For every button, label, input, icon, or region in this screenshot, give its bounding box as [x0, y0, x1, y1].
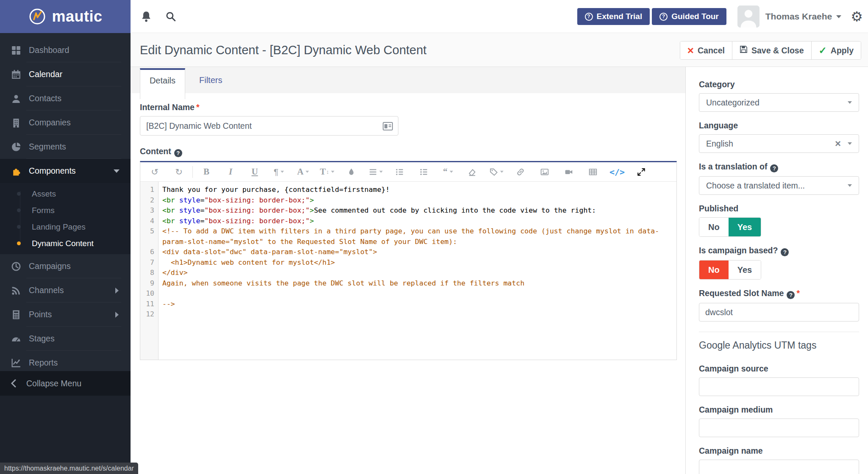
sidebar-item-dashboard[interactable]: Dashboard — [0, 38, 131, 62]
eraser-button[interactable] — [463, 163, 481, 181]
sidebar-item-channels[interactable]: Channels — [0, 278, 131, 302]
campaign-yes-button[interactable]: Yes — [729, 261, 761, 279]
campaign-source-input[interactable] — [699, 377, 859, 396]
font-size-button[interactable]: T↕ — [318, 163, 337, 181]
bold-button[interactable]: B — [197, 163, 216, 181]
notifications-bell-icon[interactable] — [141, 11, 152, 22]
campaign-name-input[interactable] — [699, 460, 859, 474]
undo-button[interactable]: ↺ — [145, 163, 164, 181]
redo-button[interactable]: ↻ — [170, 163, 188, 181]
help-icon[interactable]: ? — [770, 164, 778, 172]
segments-icon — [11, 142, 21, 152]
user-menu[interactable]: Thomas Kraehe — [765, 11, 832, 22]
published-no-button[interactable]: No — [699, 218, 729, 236]
translation-label: Is a translation of? — [699, 162, 859, 172]
ordered-list-button[interactable] — [390, 163, 409, 181]
video-button[interactable] — [559, 163, 578, 181]
settings-sidebar: Category Uncategorized Language English … — [685, 67, 868, 474]
sidebar-item-segments[interactable]: Segments — [0, 135, 131, 159]
sidebar-subitem-forms[interactable]: Forms — [0, 202, 131, 219]
translation-select[interactable]: Choose a translated item... — [699, 176, 859, 195]
user-avatar[interactable] — [737, 6, 760, 28]
chevron-down-icon — [450, 171, 453, 173]
sidebar-subitem-landing-pages[interactable]: Landing Pages — [0, 219, 131, 235]
link-button[interactable] — [511, 163, 530, 181]
guided-tour-label: Guided Tour — [671, 12, 719, 21]
campaign-medium-input[interactable] — [699, 419, 859, 437]
help-icon[interactable]: ? — [781, 248, 789, 256]
content-editor: ↺↻BIU¶AT↕“</> 1Thank you for your purcha… — [140, 161, 677, 360]
clear-x-icon[interactable]: × — [835, 139, 841, 149]
line-number: 12 — [140, 309, 158, 320]
chevron-right-icon — [115, 312, 119, 318]
guided-tour-button[interactable]: ? Guided Tour — [652, 8, 726, 25]
internal-name-input[interactable] — [146, 121, 379, 131]
unordered-list-button[interactable] — [415, 163, 433, 181]
tab-details[interactable]: Details — [140, 68, 185, 99]
logo-bar[interactable]: mautic — [0, 0, 131, 33]
internal-name-label-text: Internal Name — [140, 103, 195, 112]
image-button[interactable] — [535, 163, 554, 181]
sidebar-item-stages[interactable]: Stages — [0, 327, 131, 351]
language-select[interactable]: English × — [699, 134, 859, 153]
align-button[interactable] — [366, 163, 385, 181]
sidebar-subitem-dynamic-content[interactable]: Dynamic Content — [0, 235, 131, 252]
dashboard-icon — [11, 45, 21, 55]
category-select[interactable]: Uncategorized — [699, 93, 859, 112]
required-asterisk: * — [796, 288, 800, 298]
brand-name: mautic — [52, 8, 102, 25]
table-button[interactable] — [584, 163, 602, 181]
details-panel: Internal Name* Content? ↺↻BIU¶AT↕“</> 1T… — [131, 93, 685, 474]
question-circle-icon: ? — [585, 13, 593, 21]
sidebar-item-label: Campaigns — [29, 261, 71, 271]
help-icon[interactable]: ? — [174, 149, 182, 157]
published-yes-button[interactable]: Yes — [729, 218, 761, 236]
paragraph-format-button[interactable]: ¶ — [270, 163, 288, 181]
line-number: 4 — [140, 216, 158, 227]
sidebar-item-contacts[interactable]: Contacts — [0, 86, 131, 111]
quote-button[interactable]: “ — [439, 163, 457, 181]
slot-name-input[interactable] — [699, 303, 859, 322]
sidebar-item-campaigns[interactable]: Campaigns — [0, 254, 131, 278]
code-view-button[interactable]: </> — [608, 163, 626, 181]
underline-button[interactable]: U — [245, 163, 264, 181]
category-value: Uncategorized — [706, 98, 848, 108]
sidebar-item-points[interactable]: Points — [0, 302, 131, 327]
translation-value: Choose a translated item... — [706, 181, 848, 191]
fullscreen-expand-button[interactable] — [632, 163, 651, 181]
divider — [699, 332, 859, 332]
chevron-down-icon — [848, 101, 852, 104]
tag-token-button[interactable] — [487, 163, 506, 181]
chevron-down-icon — [848, 142, 852, 145]
help-icon[interactable]: ? — [787, 291, 795, 299]
search-icon[interactable] — [165, 11, 176, 22]
sidebar-subitem-label: Assets — [32, 189, 56, 199]
campaign-no-button[interactable]: No — [699, 261, 729, 279]
sidebar-nav: DashboardCalendarContactsCompaniesSegmen… — [0, 33, 131, 375]
vcard-token-icon[interactable] — [383, 122, 393, 133]
campaign-based-toggle: No Yes — [699, 260, 761, 280]
sidebar-subitem-assets[interactable]: Assets — [0, 186, 131, 202]
apply-button[interactable]: ✓ Apply — [811, 42, 861, 59]
extend-trial-button[interactable]: ? Extend Trial — [577, 8, 650, 25]
italic-button[interactable]: I — [221, 163, 240, 181]
code-line-text: <h1>Dynamic web content for myslot</h1> — [158, 258, 676, 268]
highlight-droplet-button[interactable] — [342, 163, 361, 181]
editor-toolbar: ↺↻BIU¶AT↕“</> — [140, 162, 676, 182]
line-number: 2 — [140, 195, 158, 206]
collapse-menu-button[interactable]: Collapse Menu — [0, 371, 131, 396]
tab-filters[interactable]: Filters — [199, 75, 222, 85]
category-label: Category — [699, 80, 859, 89]
settings-gear-icon[interactable]: ⚙ — [851, 10, 863, 23]
code-editor-area[interactable]: 1Thank you for your purchase, {contactfi… — [140, 182, 676, 360]
font-color-button[interactable]: A — [294, 163, 312, 181]
sidebar-item-calendar[interactable]: Calendar — [0, 62, 131, 86]
code-line-text: <br style="box-sizing: border-box;"> — [158, 195, 676, 206]
extend-trial-label: Extend Trial — [597, 12, 643, 21]
check-icon: ✓ — [819, 46, 827, 55]
sidebar-item-components[interactable]: Components — [0, 159, 131, 183]
sidebar-item-companies[interactable]: Companies — [0, 111, 131, 135]
stages-icon — [11, 334, 21, 344]
save-close-button[interactable]: Save & Close — [732, 42, 811, 59]
cancel-button[interactable]: × Cancel — [680, 42, 732, 59]
